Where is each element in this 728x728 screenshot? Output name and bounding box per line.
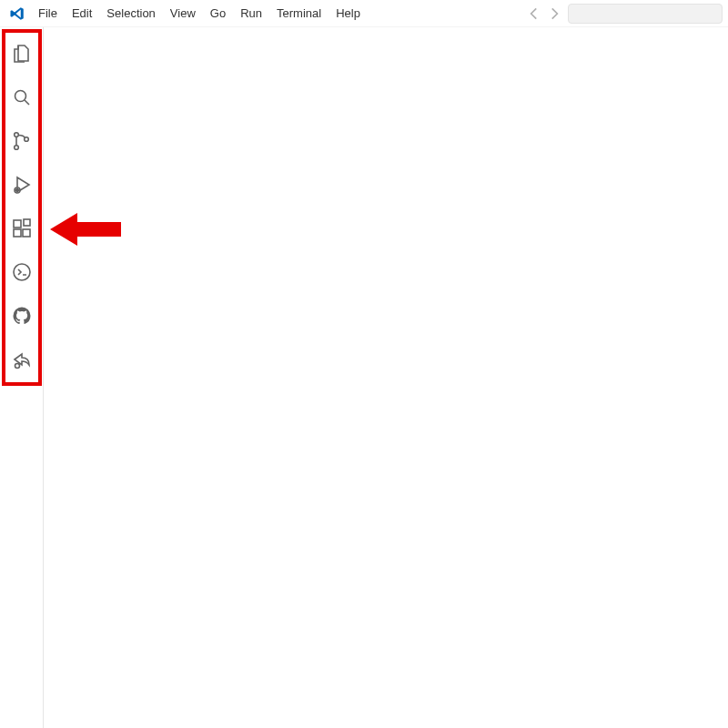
files-icon [11, 43, 33, 67]
app-logo-icon [9, 5, 25, 22]
menu-file[interactable]: File [31, 3, 65, 24]
activity-live-share[interactable] [0, 339, 44, 382]
svg-rect-5 [14, 220, 21, 228]
nav-forward-icon[interactable] [546, 5, 562, 22]
live-share-icon [11, 349, 33, 373]
menu-edit[interactable]: Edit [65, 3, 99, 24]
activity-bar [0, 27, 44, 728]
github-icon [11, 305, 33, 329]
svg-point-2 [14, 145, 18, 149]
debug-icon [11, 174, 33, 198]
source-control-icon [11, 130, 33, 155]
command-center-search[interactable] [568, 4, 723, 24]
svg-rect-8 [24, 219, 30, 226]
svg-rect-7 [23, 229, 30, 237]
activity-extensions[interactable] [0, 207, 44, 251]
nav-back-icon[interactable] [526, 5, 542, 22]
remote-icon [11, 261, 33, 286]
main-area [0, 27, 728, 728]
search-icon [11, 86, 33, 111]
svg-point-10 [15, 363, 19, 368]
menu-items: File Edit Selection View Go Run Terminal… [31, 3, 368, 24]
svg-point-1 [14, 132, 18, 136]
activity-github[interactable] [0, 295, 44, 339]
activity-explorer[interactable] [0, 33, 44, 76]
extensions-icon [11, 217, 33, 242]
menu-bar: File Edit Selection View Go Run Terminal… [0, 0, 728, 27]
activity-run-debug[interactable] [0, 164, 44, 207]
activity-source-control[interactable] [0, 120, 44, 164]
svg-point-0 [15, 90, 25, 101]
menu-help[interactable]: Help [329, 3, 368, 24]
activity-remote-explorer[interactable] [0, 251, 44, 295]
svg-rect-6 [14, 229, 21, 237]
menu-go[interactable]: Go [203, 3, 233, 24]
activity-search[interactable] [0, 76, 44, 120]
menu-selection[interactable]: Selection [99, 3, 162, 24]
titlebar-right [526, 4, 723, 24]
nav-arrows [526, 5, 562, 22]
menu-terminal[interactable]: Terminal [269, 3, 329, 24]
menu-run[interactable]: Run [233, 3, 269, 24]
menu-view[interactable]: View [163, 3, 203, 24]
editor-area [44, 27, 728, 728]
